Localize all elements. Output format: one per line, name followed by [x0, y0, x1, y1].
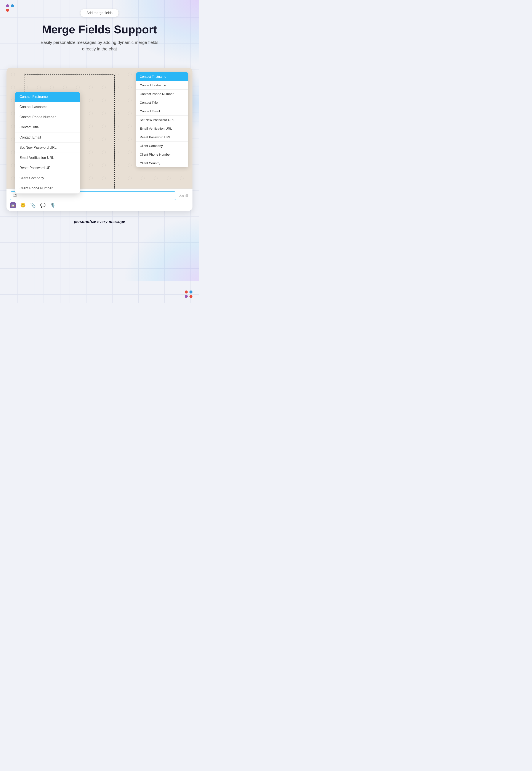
dropdown-item-contact-lastname-large[interactable]: Contact Lastname: [15, 102, 80, 112]
emoji-icon[interactable]: 😊: [20, 202, 26, 208]
dropdown-item-set-password-large[interactable]: Set New Password URL: [15, 143, 80, 153]
dropdown-item-contact-email-small[interactable]: Contact Email: [136, 107, 188, 115]
dropdown-item-contact-email-large[interactable]: Contact Email: [15, 132, 80, 143]
dropdown-item-contact-title-large[interactable]: Contact Title: [15, 122, 80, 132]
tagline: personalize every message: [74, 219, 125, 224]
bottom-dot-1: [185, 291, 188, 294]
bottom-logo: [185, 291, 193, 298]
merge-field-dropdown-large[interactable]: Contact Firstname Contact Lastname Conta…: [15, 92, 80, 194]
dropdown-item-client-company-large[interactable]: Client Company: [15, 173, 80, 183]
dropdown-item-email-verification-large[interactable]: Email Verification URL: [15, 153, 80, 163]
dropdown-item-contact-firstname-small[interactable]: Contact Firstname: [136, 72, 188, 81]
dropdown-item-contact-firstname-large[interactable]: Contact Firstname: [15, 92, 80, 102]
page-subtitle: Easily personalize messages by adding dy…: [39, 39, 160, 52]
dropdown-item-client-company-small[interactable]: Client Company: [136, 141, 188, 150]
page-title: Merge Fields Support: [42, 23, 157, 36]
bottom-dot-2: [189, 291, 192, 294]
dropdown-item-contact-phone-small[interactable]: Contact Phone Number: [136, 90, 188, 98]
dropdown-item-set-password-small[interactable]: Set New Password URL: [136, 115, 188, 124]
use-at-hint: Use '@': [179, 194, 189, 198]
bot-icon[interactable]: 🤖: [10, 202, 16, 208]
dropdown-item-contact-title-small[interactable]: Contact Title: [136, 98, 188, 107]
chat-toolbar: 🤖 😊 📎 💬 🎙️: [10, 202, 189, 208]
ui-demo-card: Contact Firstname Contact Lastname Conta…: [6, 68, 192, 211]
dropdown-item-reset-password-small[interactable]: Reset Password URL: [136, 133, 188, 141]
chat-bubble-icon[interactable]: 💬: [40, 202, 46, 208]
bottom-dot-3: [185, 295, 188, 298]
dropdown-item-contact-lastname-small[interactable]: Contact Lastname: [136, 81, 188, 90]
attachment-icon[interactable]: 📎: [30, 202, 36, 208]
dropdown-item-contact-phone-large[interactable]: Contact Phone Number: [15, 112, 80, 122]
dropdown-item-client-phone-small[interactable]: Client Phone Number: [136, 150, 188, 159]
merge-field-dropdown-small[interactable]: Contact Firstname Contact Lastname Conta…: [136, 72, 188, 167]
bottom-dot-4: [189, 295, 192, 298]
microphone-icon[interactable]: 🎙️: [50, 202, 56, 208]
dropdown-item-email-verification-small[interactable]: Email Verification URL: [136, 124, 188, 133]
dropdown-item-reset-password-large[interactable]: Reset Password URL: [15, 163, 80, 173]
dropdown-item-client-phone-large[interactable]: Client Phone Number: [15, 183, 80, 194]
dropdown-item-client-country-small[interactable]: Client Country: [136, 159, 188, 167]
feature-badge: Add merge fields: [80, 9, 119, 17]
